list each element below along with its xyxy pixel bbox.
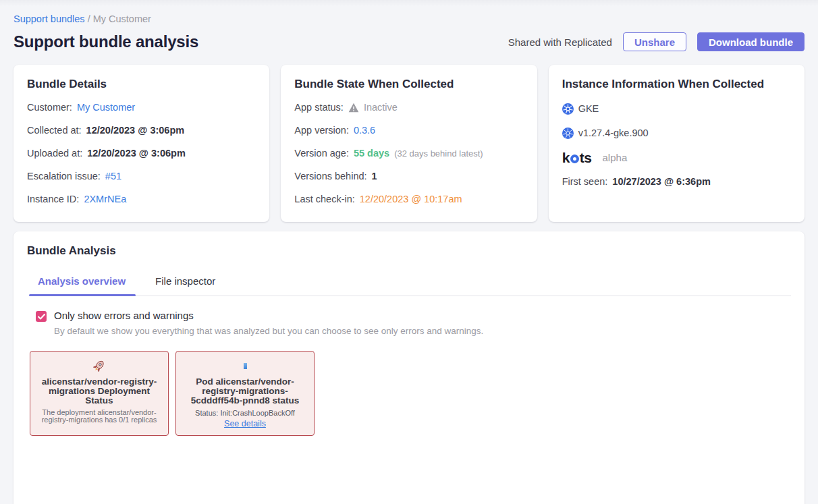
summary-cards: Bundle Details Customer: My Customer Col… (13, 65, 805, 222)
uploaded-at-row: Uploaded at: 12/20/2023 @ 3:06pm (27, 147, 256, 160)
download-bundle-button[interactable]: Download bundle (697, 32, 805, 51)
kubernetes-version-icon (562, 128, 574, 139)
escalation-issue-link[interactable]: #51 (105, 170, 121, 183)
bundle-state-title: Bundle State When Collected (294, 78, 523, 91)
pod-status-issue-card[interactable]: Pod alicenstar/vendor-registry-migration… (175, 351, 315, 436)
version-age-label: Version age: (294, 147, 349, 160)
app-status-label: App status: (294, 101, 344, 114)
distribution-value: GKE (578, 103, 599, 115)
k8s-version-value: v1.27.4-gke.900 (578, 127, 649, 140)
collected-at-label: Collected at: (27, 124, 82, 137)
breadcrumb-separator: / (88, 13, 93, 24)
unshare-button[interactable]: Unshare (623, 32, 686, 51)
header-actions: Shared with Replicated Unshare Download … (508, 32, 805, 51)
collected-at-row: Collected at: 12/20/2023 @ 3:06pm (27, 124, 256, 137)
collected-at-value: 12/20/2023 @ 3:06pm (86, 124, 185, 137)
issue-title: Pod alicenstar/vendor-registry-migration… (182, 377, 308, 405)
page-title: Support bundle analysis (13, 32, 198, 51)
kots-logo: kts (562, 151, 592, 164)
instance-id-label: Instance ID: (27, 193, 79, 206)
app-version-link[interactable]: 0.3.6 (354, 124, 375, 137)
app-version-row: App version: 0.3.6 (294, 124, 523, 137)
versions-behind-value: 1 (372, 170, 377, 183)
escalation-issue-row: Escalation issue: #51 (27, 170, 256, 183)
filter-description: By default we show you everything that w… (54, 326, 483, 336)
filter-label: Only show errors and warnings (54, 310, 483, 321)
errors-warnings-filter: Only show errors and warnings By default… (36, 310, 791, 336)
breadcrumb: Support bundles / My Customer (13, 0, 805, 24)
bundle-state-card: Bundle State When Collected App status: … (281, 65, 537, 222)
version-age-note: (32 days behind latest) (394, 147, 483, 160)
analysis-tabs: Analysis overview File inspector (34, 275, 791, 296)
bundle-details-title: Bundle Details (27, 78, 256, 91)
shared-status-text: Shared with Replicated (508, 36, 612, 48)
pod-icon (244, 358, 247, 373)
issue-description: The deployment alicenstar/vendor-registr… (36, 409, 163, 424)
instance-id-row: Instance ID: 2XMrNEa (27, 193, 256, 206)
kubernetes-distribution-icon (562, 103, 574, 115)
kots-row: kts alpha (562, 151, 791, 164)
bundle-analysis-card: Bundle Analysis Analysis overview File i… (13, 231, 805, 504)
issue-status: Status: Init:CrashLoopBackOff (195, 409, 295, 417)
last-checkin-value: 12/20/2023 @ 10:17am (360, 193, 462, 206)
rocket-icon (89, 356, 109, 376)
last-checkin-label: Last check-in: (294, 193, 354, 206)
app-status-value: Inactive (364, 101, 398, 114)
uploaded-at-label: Uploaded at: (27, 147, 82, 160)
distribution-row: GKE (562, 103, 791, 115)
see-details-link[interactable]: See details (224, 419, 266, 428)
kots-logo-o-icon (570, 155, 579, 163)
last-checkin-row: Last check-in: 12/20/2023 @ 10:17am (294, 193, 523, 206)
instance-id-link[interactable]: 2XMrNEa (84, 193, 126, 206)
breadcrumb-current: My Customer (93, 13, 151, 24)
issue-title: alicenstar/vendor-registry-migrations De… (36, 377, 163, 405)
customer-label: Customer: (27, 101, 72, 114)
version-age-row: Version age: 55 days (32 days behind lat… (294, 147, 523, 160)
kots-channel: alpha (603, 151, 628, 164)
app-version-label: App version: (294, 124, 349, 137)
breadcrumb-support-bundles-link[interactable]: Support bundles (13, 13, 85, 24)
bundle-analysis-title: Bundle Analysis (27, 244, 791, 258)
analysis-results: alicenstar/vendor-registry-migrations De… (30, 351, 791, 436)
customer-row: Customer: My Customer (27, 101, 256, 114)
escalation-issue-label: Escalation issue: (27, 170, 101, 183)
app-status-row: App status: Inactive (294, 101, 523, 114)
k8s-version-row: v1.27.4-gke.900 (562, 127, 791, 140)
page-header: Support bundle analysis Shared with Repl… (13, 28, 805, 55)
first-seen-value: 10/27/2023 @ 6:36pm (612, 175, 711, 188)
instance-info-title: Instance Information When Collected (562, 78, 791, 91)
customer-link[interactable]: My Customer (77, 101, 135, 114)
errors-warnings-checkbox[interactable] (36, 311, 47, 322)
first-seen-label: First seen: (562, 175, 608, 188)
bundle-details-card: Bundle Details Customer: My Customer Col… (13, 65, 269, 222)
uploaded-at-value: 12/20/2023 @ 3:06pm (87, 147, 186, 160)
warning-icon (348, 103, 359, 113)
deployment-status-issue-card[interactable]: alicenstar/vendor-registry-migrations De… (30, 351, 169, 436)
tab-file-inspector[interactable]: File inspector (155, 275, 215, 296)
versions-behind-label: Versions behind: (294, 170, 366, 183)
version-age-value: 55 days (354, 147, 389, 160)
versions-behind-row: Versions behind: 1 (294, 170, 523, 183)
first-seen-row: First seen: 10/27/2023 @ 6:36pm (562, 175, 791, 188)
instance-info-card: Instance Information When Collected (549, 65, 805, 222)
support-bundle-page: Support bundles / My Customer Support bu… (0, 0, 818, 504)
tab-analysis-overview[interactable]: Analysis overview (38, 275, 126, 296)
